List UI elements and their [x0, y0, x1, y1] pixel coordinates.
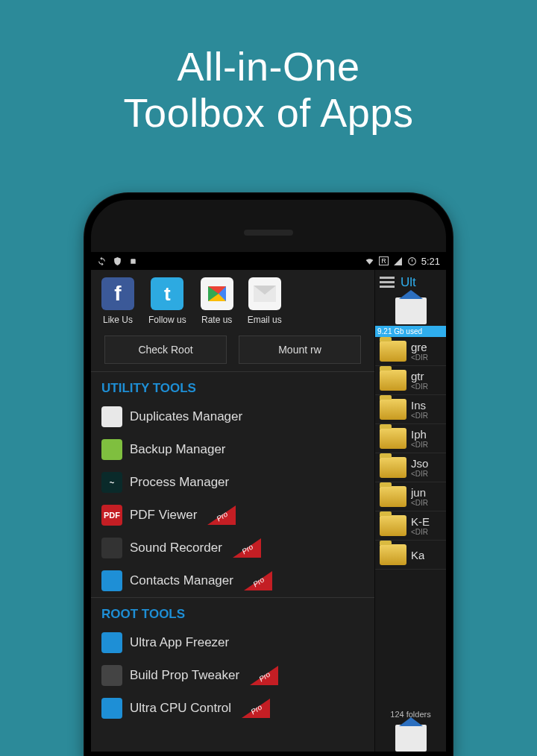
file-row[interactable]: Jso<DIR [375, 453, 446, 482]
tool-icon [101, 570, 122, 591]
social-label: Rate us [201, 315, 233, 325]
file-meta: <DIR [411, 382, 428, 391]
utility-tool-item[interactable]: Duplicates Manager [91, 400, 374, 433]
file-row[interactable]: Ins<DIR [375, 395, 446, 424]
email-icon [248, 277, 281, 310]
right-pane-title: Ult [401, 275, 416, 290]
file-row[interactable]: Ka [375, 541, 446, 570]
folder-icon [380, 399, 406, 420]
utility-tools-header: UTILITY TOOLS [91, 371, 374, 400]
utility-tool-item[interactable]: Contacts Manager [91, 564, 374, 597]
root-tool-item[interactable]: Build Prop Tweaker [91, 659, 374, 692]
file-row[interactable]: Iph<DIR [375, 424, 446, 453]
social-label: Email us [248, 315, 282, 325]
left-pane: f Like Us t Follow us Rate us [91, 270, 374, 752]
hero-title: All-in-One Toolbox of Apps [0, 0, 537, 136]
file-name: gtr [411, 370, 428, 382]
tool-label: Sound Recorder [130, 541, 222, 555]
file-meta: <DIR [411, 528, 430, 536]
file-name: Ins [411, 399, 428, 412]
root-tool-item[interactable]: Ultra CPU Control [91, 692, 374, 725]
tool-icon [101, 439, 122, 460]
file-meta: <DIR [411, 470, 428, 478]
shield-icon [113, 256, 122, 266]
tool-icon: ~ [101, 472, 122, 493]
utility-tool-item[interactable]: PDFPDF Viewer [91, 499, 374, 532]
tool-label: PDF Viewer [130, 508, 197, 523]
phone-speaker [244, 230, 293, 236]
twitter-icon: t [151, 277, 183, 310]
social-label: Follow us [148, 315, 186, 325]
root-tools-header: ROOT TOOLS [91, 597, 374, 626]
signal-icon [393, 256, 403, 266]
power-icon [407, 256, 417, 266]
tool-icon: PDF [101, 505, 122, 526]
tool-label: Duplicates Manager [130, 409, 242, 424]
social-row: f Like Us t Follow us Rate us [91, 270, 374, 328]
storage-used-label: 9.21 Gb used [375, 326, 446, 337]
folder-icon [380, 370, 406, 391]
file-name: Jso [411, 457, 428, 470]
utility-tool-item[interactable]: ~Process Manager [91, 466, 374, 499]
file-name: gre [411, 341, 428, 353]
pro-badge [233, 538, 261, 558]
tool-label: Ultra App Freezer [130, 635, 229, 650]
file-row[interactable]: gtr<DIR [375, 366, 446, 395]
status-bar: R 5:21 [91, 252, 446, 270]
file-name: jun [411, 486, 428, 499]
utility-tool-item[interactable]: Sound Recorder [91, 532, 374, 564]
network-badge: R [379, 256, 389, 265]
tool-icon [101, 632, 122, 653]
pro-badge [244, 571, 272, 590]
folder-icon [380, 486, 406, 507]
wifi-icon [365, 256, 374, 266]
tool-label: Backup Manager [130, 442, 226, 457]
status-time: 5:21 [421, 256, 440, 267]
folder-icon [380, 341, 406, 362]
tool-label: Ultra CPU Control [130, 701, 231, 716]
menu-icon[interactable] [380, 274, 395, 290]
social-label: Like Us [101, 315, 134, 325]
folder-icon [380, 457, 406, 478]
pro-badge [242, 699, 270, 718]
tool-icon [101, 538, 122, 558]
email-button[interactable]: Email us [248, 277, 282, 325]
utility-tool-item[interactable]: Backup Manager [91, 433, 374, 466]
play-store-icon [201, 277, 233, 310]
facebook-button[interactable]: f Like Us [101, 277, 134, 325]
mount-rw-button[interactable]: Mount rw [239, 336, 361, 364]
pro-badge [207, 505, 236, 525]
home-tile-bottom[interactable] [375, 722, 446, 752]
home-icon [395, 725, 427, 752]
file-meta: <DIR [411, 412, 428, 420]
right-pane: Ult 9.21 Gb used gre<DIRgtr<DIRIns<DIRIp… [374, 270, 446, 752]
rate-button[interactable]: Rate us [201, 277, 233, 325]
phone-screen: R 5:21 f Like Us t [91, 252, 446, 752]
android-icon [128, 256, 138, 266]
file-name: Ka [411, 549, 424, 561]
file-meta: <DIR [411, 441, 428, 449]
pro-badge [250, 666, 278, 685]
tool-label: Process Manager [130, 475, 229, 490]
sync-icon [97, 256, 107, 266]
file-row[interactable]: jun<DIR [375, 482, 446, 511]
tool-icon [101, 698, 122, 719]
file-meta: <DIR [411, 499, 428, 507]
file-row[interactable]: K-E<DIR [375, 511, 446, 541]
twitter-button[interactable]: t Follow us [148, 277, 186, 325]
folder-icon [380, 428, 406, 449]
folder-icon [380, 515, 406, 536]
check-root-button[interactable]: Check Root [104, 336, 227, 364]
file-meta: <DIR [411, 353, 428, 362]
tool-label: Build Prop Tweaker [130, 668, 239, 683]
phone-frame: R 5:21 f Like Us t [84, 192, 453, 756]
file-name: K-E [411, 515, 430, 528]
tool-label: Contacts Manager [130, 573, 233, 588]
home-icon [395, 297, 427, 324]
tool-icon [101, 665, 122, 686]
file-row[interactable]: gre<DIR [375, 337, 446, 366]
file-name: Iph [411, 428, 428, 441]
facebook-icon: f [101, 277, 134, 310]
root-tool-item[interactable]: Ultra App Freezer [91, 626, 374, 659]
home-tile[interactable] [375, 294, 446, 326]
